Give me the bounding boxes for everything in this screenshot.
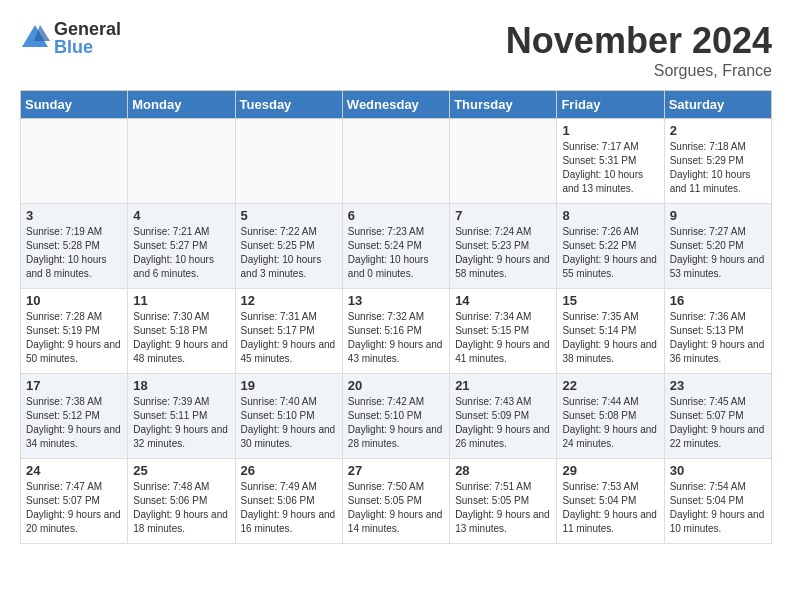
day-number: 13 (348, 293, 444, 308)
subtitle: Sorgues, France (506, 62, 772, 80)
header-row: Sunday Monday Tuesday Wednesday Thursday… (21, 91, 772, 119)
day-number: 24 (26, 463, 122, 478)
cell-info: Sunrise: 7:42 AM Sunset: 5:10 PM Dayligh… (348, 396, 443, 449)
calendar-week-5: 24Sunrise: 7:47 AM Sunset: 5:07 PM Dayli… (21, 459, 772, 544)
calendar-cell (235, 119, 342, 204)
day-number: 7 (455, 208, 551, 223)
calendar-cell: 15Sunrise: 7:35 AM Sunset: 5:14 PM Dayli… (557, 289, 664, 374)
cell-info: Sunrise: 7:17 AM Sunset: 5:31 PM Dayligh… (562, 141, 643, 194)
calendar-cell: 24Sunrise: 7:47 AM Sunset: 5:07 PM Dayli… (21, 459, 128, 544)
day-number: 25 (133, 463, 229, 478)
calendar-cell: 3Sunrise: 7:19 AM Sunset: 5:28 PM Daylig… (21, 204, 128, 289)
calendar-cell: 29Sunrise: 7:53 AM Sunset: 5:04 PM Dayli… (557, 459, 664, 544)
calendar-week-3: 10Sunrise: 7:28 AM Sunset: 5:19 PM Dayli… (21, 289, 772, 374)
day-number: 2 (670, 123, 766, 138)
day-number: 26 (241, 463, 337, 478)
cell-info: Sunrise: 7:39 AM Sunset: 5:11 PM Dayligh… (133, 396, 228, 449)
col-wednesday: Wednesday (342, 91, 449, 119)
cell-info: Sunrise: 7:51 AM Sunset: 5:05 PM Dayligh… (455, 481, 550, 534)
day-number: 8 (562, 208, 658, 223)
logo: General Blue (20, 20, 121, 56)
cell-info: Sunrise: 7:36 AM Sunset: 5:13 PM Dayligh… (670, 311, 765, 364)
day-number: 10 (26, 293, 122, 308)
cell-info: Sunrise: 7:43 AM Sunset: 5:09 PM Dayligh… (455, 396, 550, 449)
calendar-cell (21, 119, 128, 204)
calendar-cell: 25Sunrise: 7:48 AM Sunset: 5:06 PM Dayli… (128, 459, 235, 544)
cell-info: Sunrise: 7:49 AM Sunset: 5:06 PM Dayligh… (241, 481, 336, 534)
calendar-cell: 23Sunrise: 7:45 AM Sunset: 5:07 PM Dayli… (664, 374, 771, 459)
day-number: 20 (348, 378, 444, 393)
calendar-cell: 27Sunrise: 7:50 AM Sunset: 5:05 PM Dayli… (342, 459, 449, 544)
calendar-cell: 7Sunrise: 7:24 AM Sunset: 5:23 PM Daylig… (450, 204, 557, 289)
cell-info: Sunrise: 7:28 AM Sunset: 5:19 PM Dayligh… (26, 311, 121, 364)
logo-icon (20, 23, 50, 53)
calendar-cell: 4Sunrise: 7:21 AM Sunset: 5:27 PM Daylig… (128, 204, 235, 289)
calendar-cell: 26Sunrise: 7:49 AM Sunset: 5:06 PM Dayli… (235, 459, 342, 544)
col-friday: Friday (557, 91, 664, 119)
cell-info: Sunrise: 7:53 AM Sunset: 5:04 PM Dayligh… (562, 481, 657, 534)
calendar-table: Sunday Monday Tuesday Wednesday Thursday… (20, 90, 772, 544)
calendar-cell: 12Sunrise: 7:31 AM Sunset: 5:17 PM Dayli… (235, 289, 342, 374)
calendar-week-2: 3Sunrise: 7:19 AM Sunset: 5:28 PM Daylig… (21, 204, 772, 289)
calendar-cell (450, 119, 557, 204)
calendar-cell: 22Sunrise: 7:44 AM Sunset: 5:08 PM Dayli… (557, 374, 664, 459)
cell-info: Sunrise: 7:38 AM Sunset: 5:12 PM Dayligh… (26, 396, 121, 449)
col-monday: Monday (128, 91, 235, 119)
calendar-cell: 14Sunrise: 7:34 AM Sunset: 5:15 PM Dayli… (450, 289, 557, 374)
calendar-cell: 6Sunrise: 7:23 AM Sunset: 5:24 PM Daylig… (342, 204, 449, 289)
col-thursday: Thursday (450, 91, 557, 119)
calendar-week-4: 17Sunrise: 7:38 AM Sunset: 5:12 PM Dayli… (21, 374, 772, 459)
day-number: 3 (26, 208, 122, 223)
calendar-cell: 10Sunrise: 7:28 AM Sunset: 5:19 PM Dayli… (21, 289, 128, 374)
day-number: 5 (241, 208, 337, 223)
cell-info: Sunrise: 7:19 AM Sunset: 5:28 PM Dayligh… (26, 226, 107, 279)
day-number: 17 (26, 378, 122, 393)
calendar-cell: 16Sunrise: 7:36 AM Sunset: 5:13 PM Dayli… (664, 289, 771, 374)
cell-info: Sunrise: 7:54 AM Sunset: 5:04 PM Dayligh… (670, 481, 765, 534)
cell-info: Sunrise: 7:50 AM Sunset: 5:05 PM Dayligh… (348, 481, 443, 534)
cell-info: Sunrise: 7:26 AM Sunset: 5:22 PM Dayligh… (562, 226, 657, 279)
cell-info: Sunrise: 7:18 AM Sunset: 5:29 PM Dayligh… (670, 141, 751, 194)
cell-info: Sunrise: 7:23 AM Sunset: 5:24 PM Dayligh… (348, 226, 429, 279)
calendar-cell: 28Sunrise: 7:51 AM Sunset: 5:05 PM Dayli… (450, 459, 557, 544)
cell-info: Sunrise: 7:40 AM Sunset: 5:10 PM Dayligh… (241, 396, 336, 449)
calendar-cell: 11Sunrise: 7:30 AM Sunset: 5:18 PM Dayli… (128, 289, 235, 374)
day-number: 28 (455, 463, 551, 478)
calendar-cell: 21Sunrise: 7:43 AM Sunset: 5:09 PM Dayli… (450, 374, 557, 459)
cell-info: Sunrise: 7:21 AM Sunset: 5:27 PM Dayligh… (133, 226, 214, 279)
calendar-cell: 17Sunrise: 7:38 AM Sunset: 5:12 PM Dayli… (21, 374, 128, 459)
logo-general-text: General (54, 20, 121, 38)
cell-info: Sunrise: 7:48 AM Sunset: 5:06 PM Dayligh… (133, 481, 228, 534)
cell-info: Sunrise: 7:47 AM Sunset: 5:07 PM Dayligh… (26, 481, 121, 534)
day-number: 6 (348, 208, 444, 223)
day-number: 29 (562, 463, 658, 478)
cell-info: Sunrise: 7:35 AM Sunset: 5:14 PM Dayligh… (562, 311, 657, 364)
calendar-cell (128, 119, 235, 204)
calendar-cell: 8Sunrise: 7:26 AM Sunset: 5:22 PM Daylig… (557, 204, 664, 289)
col-tuesday: Tuesday (235, 91, 342, 119)
logo-blue-text: Blue (54, 38, 121, 56)
month-title: November 2024 (506, 20, 772, 62)
calendar-cell: 30Sunrise: 7:54 AM Sunset: 5:04 PM Dayli… (664, 459, 771, 544)
day-number: 15 (562, 293, 658, 308)
calendar-cell: 20Sunrise: 7:42 AM Sunset: 5:10 PM Dayli… (342, 374, 449, 459)
day-number: 27 (348, 463, 444, 478)
day-number: 30 (670, 463, 766, 478)
day-number: 18 (133, 378, 229, 393)
col-saturday: Saturday (664, 91, 771, 119)
calendar-cell: 1Sunrise: 7:17 AM Sunset: 5:31 PM Daylig… (557, 119, 664, 204)
cell-info: Sunrise: 7:31 AM Sunset: 5:17 PM Dayligh… (241, 311, 336, 364)
cell-info: Sunrise: 7:22 AM Sunset: 5:25 PM Dayligh… (241, 226, 322, 279)
calendar-cell: 19Sunrise: 7:40 AM Sunset: 5:10 PM Dayli… (235, 374, 342, 459)
day-number: 14 (455, 293, 551, 308)
day-number: 21 (455, 378, 551, 393)
cell-info: Sunrise: 7:44 AM Sunset: 5:08 PM Dayligh… (562, 396, 657, 449)
title-block: November 2024 Sorgues, France (506, 20, 772, 80)
calendar-cell (342, 119, 449, 204)
calendar-cell: 18Sunrise: 7:39 AM Sunset: 5:11 PM Dayli… (128, 374, 235, 459)
cell-info: Sunrise: 7:45 AM Sunset: 5:07 PM Dayligh… (670, 396, 765, 449)
day-number: 9 (670, 208, 766, 223)
cell-info: Sunrise: 7:30 AM Sunset: 5:18 PM Dayligh… (133, 311, 228, 364)
day-number: 22 (562, 378, 658, 393)
calendar-cell: 9Sunrise: 7:27 AM Sunset: 5:20 PM Daylig… (664, 204, 771, 289)
